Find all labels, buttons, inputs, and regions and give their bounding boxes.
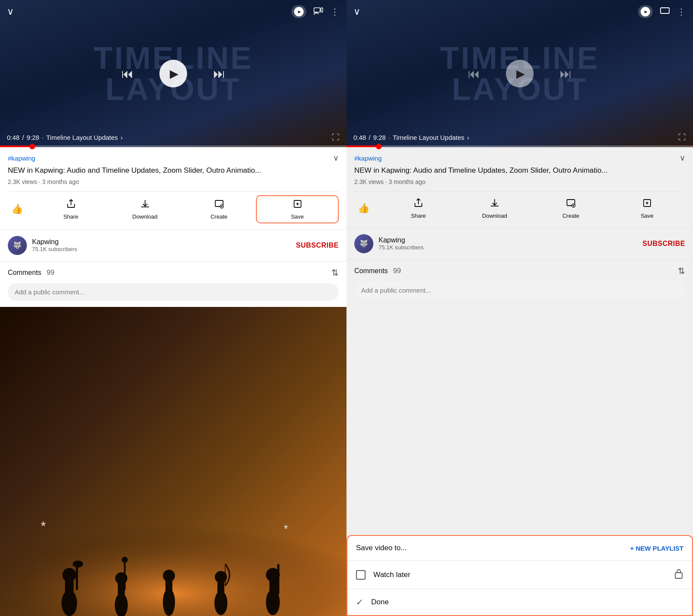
save-label-right: Save [641, 213, 654, 219]
play-toggle-right[interactable] [638, 5, 653, 18]
progress-bar-left[interactable] [0, 145, 346, 147]
svg-point-16 [73, 561, 83, 568]
download-icon-right [489, 198, 500, 210]
save-icon-right [642, 198, 652, 210]
share-action-left[interactable]: Share [34, 196, 108, 223]
prev-icon-right[interactable]: ⏮ [468, 67, 480, 81]
hashtag-left[interactable]: #kapwing [8, 155, 35, 162]
hashtag-right[interactable]: #kapwing [354, 155, 382, 162]
sort-icon-right[interactable]: ⇅ [678, 266, 685, 276]
chevron-down-icon-right[interactable]: ∨ [353, 6, 360, 17]
download-icon-left [140, 199, 150, 211]
create-label-left: Create [210, 213, 227, 220]
create-action-left[interactable]: Create [182, 196, 256, 223]
title-chevron-left: › [120, 134, 123, 141]
svg-point-14 [62, 568, 76, 582]
share-action-right[interactable]: Share [380, 195, 457, 222]
new-playlist-button[interactable]: + NEW PLAYLIST [630, 545, 683, 552]
channel-name-right: Kapwing [379, 236, 642, 244]
svg-rect-35 [661, 8, 669, 13]
watch-later-label: Watch later [373, 571, 666, 579]
download-label-left: Download [133, 213, 158, 220]
prev-icon-left[interactable]: ⏮ [121, 67, 133, 81]
create-icon-right [566, 198, 576, 210]
svg-point-24 [163, 570, 175, 582]
svg-rect-2 [321, 8, 323, 12]
channel-section-right: 🐺 Kapwing 75.1K subscribers SUBSCRIBE [346, 228, 693, 259]
collapse-icon-right[interactable]: ∨ [680, 153, 685, 163]
save-overlay-header: Save video to... + NEW PLAYLIST [347, 536, 692, 561]
share-icon-right [413, 198, 424, 210]
chevron-down-icon[interactable]: ∨ [7, 6, 14, 17]
fullscreen-icon-right[interactable]: ⛶ [678, 133, 686, 142]
svg-rect-26 [217, 579, 224, 606]
cast-icon-right[interactable] [660, 7, 670, 17]
progress-bar-right[interactable] [346, 145, 693, 147]
watch-later-checkbox[interactable] [356, 570, 366, 580]
save-overlay: Save video to... + NEW PLAYLIST Watch la… [346, 535, 693, 616]
play-icon-left[interactable]: ▶ [159, 60, 187, 87]
save-action-left[interactable]: Save [256, 195, 339, 223]
next-icon-right[interactable]: ⏭ [560, 67, 572, 81]
subscribe-btn-left[interactable]: SUBSCRIBE [296, 242, 339, 249]
video-description-right: NEW in Kapwing: Audio and Timeline Updat… [354, 165, 685, 176]
done-label: Done [371, 598, 389, 606]
next-icon-left[interactable]: ⏭ [213, 67, 225, 81]
svg-point-21 [122, 557, 128, 563]
time-sep-right: / [369, 134, 370, 141]
video-topbar-left: ∨ ⋮ [0, 5, 346, 18]
time-total-left: 9:28 [26, 134, 39, 141]
video-meta-left: 2.3K views · 3 months ago [8, 178, 339, 185]
video-meta-right: 2.3K views · 3 months ago [354, 178, 685, 185]
create-icon-left [214, 199, 224, 211]
video-title-left: Timeline Layout Updates [46, 134, 118, 141]
channel-section-left: 🐺 Kapwing 75.1K subscribers SUBSCRIBE [0, 229, 346, 261]
video-player-left: TIMELINE LAYOUT ∨ ⋮ ⏮ ▶ ⏭ [0, 0, 346, 147]
cast-icon-left[interactable] [313, 7, 324, 17]
comments-count-right: 99 [393, 267, 401, 274]
more-options-icon-right[interactable]: ⋮ [677, 6, 686, 17]
svg-rect-15 [76, 564, 78, 590]
video-topbar-right: ∨ ⋮ [346, 5, 693, 18]
download-action-right[interactable]: Download [457, 195, 533, 222]
title-chevron-right: › [467, 134, 469, 141]
comments-title-left: Comments [8, 269, 41, 276]
video-player-right: TIMELINE LAYOUT ∨ ⋮ ⏮ ▶ ⏭ [346, 0, 693, 147]
lock-icon [674, 568, 683, 581]
more-options-icon-left[interactable]: ⋮ [330, 6, 340, 17]
progress-dot-right [376, 144, 382, 149]
fullscreen-icon-left[interactable]: ⛶ [332, 133, 340, 142]
save-action-right[interactable]: Save [609, 195, 685, 222]
channel-info-left: Kapwing 75.1K subscribers [32, 238, 296, 252]
comment-input-left[interactable] [8, 283, 339, 301]
comments-header-left: Comments 99 ⇅ [8, 268, 339, 278]
collapse-icon-left[interactable]: ∨ [333, 153, 339, 163]
watch-later-item[interactable]: Watch later [347, 561, 692, 589]
info-section-right: #kapwing ∨ NEW in Kapwing: Audio and Tim… [346, 147, 693, 228]
info-section-left: #kapwing ∨ NEW in Kapwing: Audio and Tim… [0, 147, 346, 229]
download-action-left[interactable]: Download [108, 196, 182, 223]
comment-input-right[interactable] [354, 281, 685, 299]
share-icon-left [66, 199, 76, 211]
play-toggle-dot [294, 7, 304, 16]
download-label-right: Download [482, 213, 507, 219]
play-toggle-dot-right [641, 7, 650, 16]
channel-subs-left: 75.1K subscribers [32, 246, 296, 252]
share-label-right: Share [411, 213, 426, 219]
play-icon-right[interactable]: ▶ [506, 60, 534, 87]
channel-info-right: Kapwing 75.1K subscribers [379, 236, 642, 251]
create-action-right[interactable]: Create [533, 195, 609, 222]
video-controls-left: ⏮ ▶ ⏭ [121, 60, 225, 87]
video-title-right: Timeline Layout Updates [393, 134, 464, 141]
like-area-left[interactable]: 👍 [8, 201, 34, 217]
time-dot-left: · [42, 134, 44, 141]
svg-rect-20 [124, 560, 126, 590]
play-toggle-left[interactable] [291, 5, 306, 18]
subscribe-btn-right[interactable]: SUBSCRIBE [642, 240, 685, 248]
done-item[interactable]: ✓ Done [347, 589, 692, 615]
like-area-right[interactable]: 👍 [354, 200, 380, 216]
share-label-left: Share [63, 213, 78, 220]
sort-icon-left[interactable]: ⇅ [331, 268, 339, 278]
svg-rect-18 [118, 581, 125, 609]
time-current-left: 0:48 [7, 134, 19, 141]
